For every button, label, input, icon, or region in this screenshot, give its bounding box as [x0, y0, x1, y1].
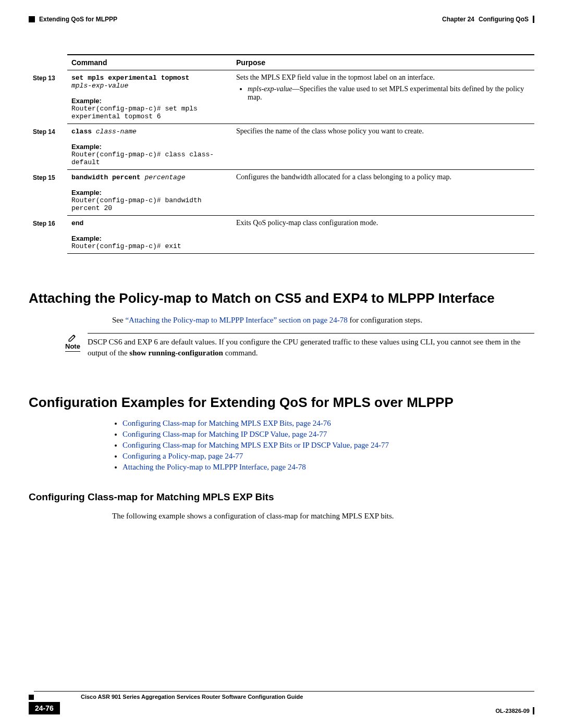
step-label: Step 16 — [29, 216, 67, 254]
footer-square-icon — [29, 695, 34, 700]
cmd-syntax-ital: percentage — [141, 174, 186, 181]
table-row: Step 13 set mpls experimental topmost mp… — [29, 70, 534, 124]
cmd-syntax-bold: set mpls experimental topmost — [71, 74, 189, 82]
see-prefix: See — [112, 316, 125, 324]
list-item: Configuring Class-map for Matching IP DS… — [123, 430, 534, 439]
purpose-bullet: mpls-exp-value—Specifies the value used … — [248, 85, 530, 102]
note-block: Note DSCP CS6 and EXP 6 are default valu… — [65, 333, 534, 358]
bullet-ital: mpls-exp-value — [248, 85, 292, 93]
table-row: Step 16 end Example: Router(config-pmap-… — [29, 216, 534, 254]
example-text: Router(config-pmap-c)# class class-defau… — [71, 151, 228, 166]
note-bold-cmd: show running-configuration — [129, 349, 223, 357]
step-label: Step 13 — [29, 70, 67, 124]
page-number: 24-76 — [29, 702, 60, 714]
see-link[interactable]: “Attaching the Policy-map to MLPPP Inter… — [125, 316, 347, 324]
list-item: Configuring a Policy-map, page 24-77 — [123, 452, 534, 461]
list-item: Attaching the Policy-map to MLPPP Interf… — [123, 463, 534, 472]
command-table: Command Purpose Step 13 set mpls experim… — [29, 54, 534, 254]
list-item: Configuring Class-map for Matching MPLS … — [123, 419, 534, 428]
xref-link[interactable]: Configuring Class-map for Matching IP DS… — [123, 430, 327, 438]
th-command: Command — [67, 55, 232, 70]
cmd-syntax-ital: class-name — [92, 128, 137, 135]
cmd-syntax-ital: mpls-exp-value — [71, 82, 228, 90]
example-label: Example: — [71, 235, 228, 242]
page-footer: Cisco ASR 901 Series Aggregation Service… — [29, 691, 534, 714]
step-label: Step 14 — [29, 124, 67, 170]
section-heading-examples: Configuration Examples for Extending QoS… — [29, 394, 534, 411]
note-label: Note — [65, 342, 80, 350]
subsection-heading: Configuring Class-map for Matching MPLS … — [29, 491, 534, 503]
purpose-text: Configures the bandwidth allocated for a… — [236, 173, 451, 181]
subsection-body: The following example shows a configurat… — [112, 511, 534, 521]
note-text-2: command. — [223, 349, 258, 357]
see-suffix: for configuration steps. — [348, 316, 422, 324]
purpose-text: Specifies the name of the class whose po… — [236, 127, 424, 135]
link-bullet-list: Configuring Class-map for Matching MPLS … — [123, 419, 534, 472]
xref-link[interactable]: Configuring a Policy-map, page 24-77 — [123, 452, 243, 460]
list-item: Configuring Class-map for Matching MPLS … — [123, 441, 534, 450]
xref-link[interactable]: Configuring Class-map for Matching MPLS … — [123, 419, 331, 427]
chapter-title: Configuring QoS — [479, 16, 529, 23]
footer-guide-title: Cisco ASR 901 Series Aggregation Service… — [81, 694, 303, 700]
purpose-text: Exits QoS policy-map class configuration… — [236, 219, 378, 227]
see-line: See “Attaching the Policy-map to MLPPP I… — [112, 315, 534, 325]
table-row: Step 14 class class-name Example: Router… — [29, 124, 534, 170]
chapter-number: Chapter 24 — [442, 16, 474, 23]
example-label: Example: — [71, 143, 228, 151]
th-purpose: Purpose — [232, 55, 534, 70]
note-text: DSCP CS6 and EXP 6 are default values. I… — [88, 333, 534, 358]
page-header: Extending QoS for MLPPP Chapter 24 Confi… — [29, 16, 534, 23]
header-square-icon — [29, 16, 35, 22]
cmd-syntax-bold: class — [71, 128, 92, 135]
step-label: Step 15 — [29, 170, 67, 216]
pencil-icon — [67, 333, 78, 342]
footer-bar-icon — [533, 707, 534, 714]
header-bar-icon — [533, 16, 534, 23]
cmd-syntax-bold: end — [71, 219, 83, 227]
ol-text: OL-23826-09 — [496, 708, 530, 714]
cmd-syntax-bold: bandwidth percent — [71, 174, 141, 181]
table-row: Step 15 bandwidth percent percentage Exa… — [29, 170, 534, 216]
header-section-title: Extending QoS for MLPPP — [39, 16, 117, 23]
purpose-text: Sets the MPLS EXP field value in the top… — [236, 73, 435, 81]
xref-link[interactable]: Configuring Class-map for Matching MPLS … — [123, 441, 389, 449]
doc-number: OL-23826-09 — [496, 707, 534, 714]
section-heading-attach: Attaching the Policy-map to Match on CS5… — [29, 290, 534, 306]
example-label: Example: — [71, 97, 228, 105]
example-text: Router(config-pmap-c)# set mpls experime… — [71, 105, 228, 120]
example-text: Router(config-pmap-c)# bandwidth percent… — [71, 196, 228, 212]
example-label: Example: — [71, 189, 228, 196]
example-text: Router(config-pmap-c)# exit — [71, 242, 228, 250]
xref-link[interactable]: Attaching the Policy-map to MLPPP Interf… — [123, 463, 306, 471]
